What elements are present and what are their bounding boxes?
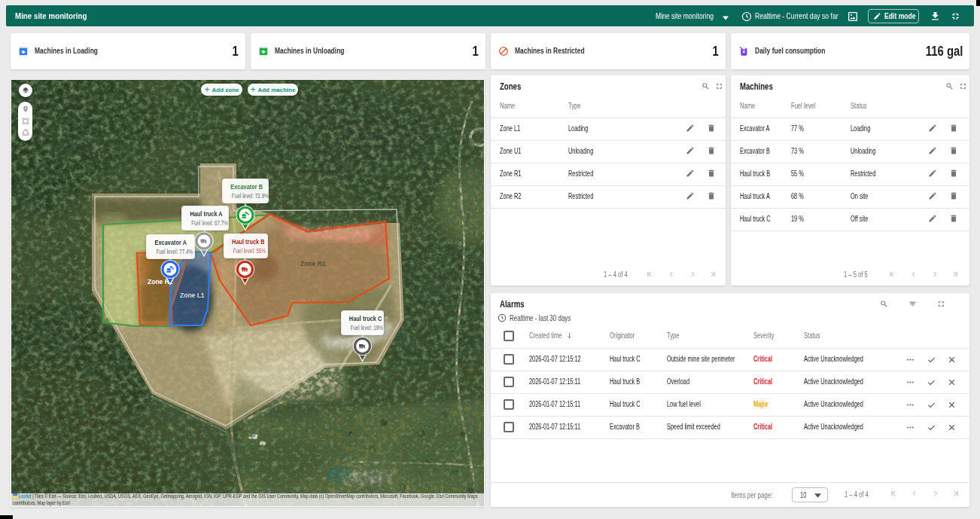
svg-text:Zone R1: Zone R1 — [300, 260, 326, 267]
svg-text:Zone L1: Zone L1 — [180, 292, 205, 299]
